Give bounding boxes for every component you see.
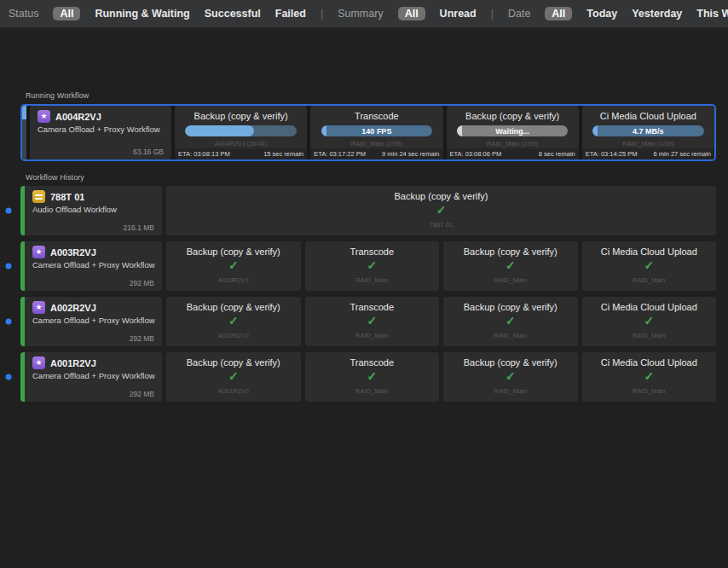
success-check-icon: ✓ [305, 314, 440, 328]
workflow-info: ★A004R2VJCamera Offload + Proxy Workflow… [30, 106, 171, 159]
history-stage-card[interactable]: Ci Media Cloud Upload✓RAID_Main [582, 297, 717, 346]
stage-eta: ETA: 03:17:22 PM [314, 150, 366, 158]
workflow-info-card[interactable]: ★A002R2VJCamera Offload + Proxy Workflow… [20, 297, 162, 346]
filter-date-today[interactable]: Today [586, 8, 617, 20]
unread-indicator-dot [6, 264, 12, 270]
camera-workflow-icon: ★ [32, 356, 45, 369]
running-workflow-header: Running Workflow [26, 91, 728, 100]
running-progress-accent-fill [22, 106, 26, 119]
stage-title: Backup (copy & verify) [166, 246, 301, 257]
filter-status-successful[interactable]: Successful [205, 8, 261, 20]
stage-source-label: A004R2VJ (26/41) [175, 140, 307, 148]
filter-toolbar: StatusAllRunning & WaitingSuccessfulFail… [0, 0, 728, 28]
workflow-history-row[interactable]: ★A003R2VJCamera Offload + Proxy Workflow… [20, 241, 716, 291]
workflow-name-row: 788T 01 [32, 190, 154, 203]
running-stage-card[interactable]: Backup (copy & verify)A004R2VJ (26/41)ET… [175, 106, 307, 159]
progress-fill [185, 125, 254, 136]
filter-date-all[interactable]: All [545, 7, 572, 20]
history-stage-card[interactable]: Backup (copy & verify)✓A002R2VJ [166, 297, 301, 346]
stage-eta-row: ETA: 03:14:25 PM6 min 27 sec remain [582, 148, 714, 159]
workflow-info: ★A003R2VJCamera Offload + Proxy Workflow… [25, 241, 162, 291]
workflow-name-row: ★A001R2VJ [32, 356, 154, 369]
stage-progress-bar: 4.7 MB/s [592, 125, 703, 136]
workflow-info-card[interactable]: ★A001R2VJCamera Offload + Proxy Workflow… [20, 352, 162, 402]
workflow-info-card[interactable]: ★A003R2VJCamera Offload + Proxy Workflow… [20, 241, 162, 291]
history-stage-card[interactable]: Backup (copy & verify)✓RAID_Main [443, 241, 578, 291]
workflow-history-row[interactable]: ★A001R2VJCamera Offload + Proxy Workflow… [20, 352, 716, 402]
filter-status-running-waiting[interactable]: Running & Waiting [95, 8, 189, 20]
success-check-icon: ✓ [166, 369, 301, 384]
stage-source-label: RAID_Main [305, 276, 440, 284]
stage-source-label: RAID_Main (1/39) [582, 140, 714, 148]
stage-source-label: A003R2VJ [166, 276, 301, 284]
unread-indicator-dot [6, 319, 12, 325]
running-stage-card[interactable]: Backup (copy & verify)Waiting...RAID_Mai… [447, 106, 579, 159]
success-check-icon: ✓ [166, 314, 301, 328]
stage-remaining: 9 min 24 sec remain [382, 150, 440, 158]
filter-date-yesterday[interactable]: Yesterday [632, 8, 682, 20]
content-area: Running Workflow ★A004R2VJCamera Offload… [0, 28, 728, 402]
history-stage-card[interactable]: Transcode✓RAID_Main [305, 241, 440, 291]
stage-source-label: RAID_Main [443, 276, 578, 284]
stage-eta: ETA: 03:14:25 PM [586, 150, 638, 158]
success-check-icon: ✓ [443, 314, 578, 328]
history-stage-card[interactable]: Backup (copy & verify)✓A003R2VJ [166, 241, 301, 291]
workflow-type: Camera Offload + Proxy Workflow [32, 371, 154, 380]
workflow-info: ★A001R2VJCamera Offload + Proxy Workflow… [25, 352, 162, 402]
camera-workflow-icon: ★ [38, 110, 50, 123]
progress-bar-label: 4.7 MB/s [592, 125, 703, 136]
stage-eta-row: ETA: 03:08:13 PM15 sec remain [175, 148, 307, 159]
workflow-size: 292 MB [32, 390, 154, 398]
workflow-type: Camera Offload + Proxy Workflow [32, 260, 154, 270]
filter-status-all[interactable]: All [53, 7, 80, 20]
workflow-name: A004R2VJ [55, 112, 101, 122]
history-stage-card[interactable]: Backup (copy & verify)✓A001R2VJ [166, 352, 301, 402]
stage-title: Backup (copy & verify) [447, 111, 579, 121]
stage-source-label: RAID_Main [305, 387, 440, 395]
progress-bar-label: Waiting... [457, 125, 568, 136]
running-stage-card[interactable]: Ci Media Cloud Upload4.7 MB/sRAID_Main (… [582, 106, 714, 159]
success-check-icon: ✓ [443, 258, 578, 273]
success-check-icon: ✓ [582, 369, 717, 384]
toolbar-divider: | [491, 8, 494, 20]
filter-summary-all[interactable]: All [398, 7, 425, 20]
workflow-name: A001R2VJ [50, 358, 96, 368]
stage-title: Backup (copy & verify) [443, 357, 578, 368]
stage-source-label: RAID_Main [582, 332, 717, 339]
history-stage-card[interactable]: Transcode✓RAID_Main [305, 297, 440, 346]
stage-title: Ci Media Cloud Upload [582, 357, 717, 368]
stage-title: Transcode [310, 111, 442, 121]
camera-workflow-icon: ★ [32, 301, 45, 314]
history-stage-card[interactable]: Backup (copy & verify)✓RAID_Main [443, 297, 578, 346]
running-workflow-row[interactable]: ★A004R2VJCamera Offload + Proxy Workflow… [20, 104, 716, 161]
filter-status-failed[interactable]: Failed [275, 8, 306, 20]
workflow-size: 292 MB [32, 334, 154, 343]
history-stage-card[interactable]: Backup (copy & verify)✓RAID_Main [443, 352, 578, 402]
stage-source-label: A002R2VJ [166, 332, 301, 339]
stage-title: Transcode [305, 246, 440, 257]
history-stage-card[interactable]: Transcode✓RAID_Main [305, 352, 440, 402]
workflow-name-row: ★A002R2VJ [32, 301, 154, 314]
app-window: StatusAllRunning & WaitingSuccessfulFail… [0, 0, 728, 402]
workflow-info: 788T 01Audio Offload Workflow216.1 MB [25, 186, 162, 235]
history-stage-card[interactable]: Ci Media Cloud Upload✓RAID_Main [582, 241, 717, 291]
stage-title: Backup (copy & verify) [166, 191, 716, 201]
running-progress-accent-bar [22, 106, 26, 159]
workflow-history-row[interactable]: 788T 01Audio Offload Workflow216.1 MBBac… [20, 186, 716, 235]
stage-title: Backup (copy & verify) [166, 357, 301, 368]
camera-workflow-icon: ★ [32, 246, 45, 258]
workflow-history-row[interactable]: ★A002R2VJCamera Offload + Proxy Workflow… [20, 297, 716, 346]
running-stage-card[interactable]: Transcode140 FPSRAID_Main (2/39)ETA: 03:… [310, 106, 442, 159]
workflow-info-card[interactable]: ★A004R2VJCamera Offload + Proxy Workflow… [30, 106, 171, 159]
stage-source-label: RAID_Main [443, 387, 578, 395]
workflow-size: 292 MB [32, 279, 154, 287]
history-stage-card[interactable]: Ci Media Cloud Upload✓RAID_Main [582, 352, 717, 402]
workflow-info-card[interactable]: 788T 01Audio Offload Workflow216.1 MB [20, 186, 162, 235]
workflow-type: Camera Offload + Proxy Workflow [32, 316, 154, 325]
filter-summary-unread[interactable]: Unread [440, 8, 477, 20]
stage-remaining: 8 sec remain [539, 150, 575, 158]
history-stage-card[interactable]: Backup (copy & verify)✓788T 01 [166, 186, 716, 235]
filter-date-this-week[interactable]: This Week [696, 8, 728, 20]
stage-remaining: 6 min 27 sec remain [653, 150, 711, 158]
stage-progress-bar: 140 FPS [321, 125, 432, 136]
